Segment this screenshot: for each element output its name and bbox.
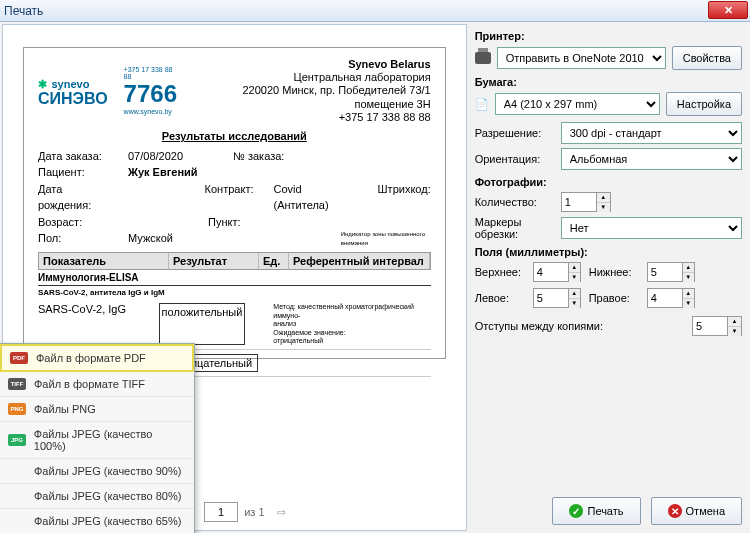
brand: synevo bbox=[51, 78, 89, 90]
export-png[interactable]: PNGФайлы PNG bbox=[0, 397, 194, 422]
export-tiff[interactable]: TIFFФайл в формате TIFF bbox=[0, 372, 194, 397]
count-label: Количество: bbox=[475, 196, 555, 208]
jpeg-icon: JPG bbox=[8, 434, 26, 446]
export-jpeg-80[interactable]: Файлы JPEG (качество 80%) bbox=[0, 484, 194, 509]
logo-icon: ✱ bbox=[38, 78, 47, 90]
export-pdf[interactable]: PDFФайл в формате PDF bbox=[0, 344, 194, 372]
print-button[interactable]: ✓Печать bbox=[552, 497, 640, 525]
resolution-select[interactable]: 300 dpi - стандарт bbox=[561, 122, 742, 144]
document-preview: ✱ synevo СИНЭВО +375 17 338 88 88 7766 w… bbox=[23, 47, 446, 359]
phone-big: 7766 bbox=[124, 80, 177, 108]
gap-label: Отступы между копиями: bbox=[475, 320, 603, 332]
margins-label: Поля (миллиметры): bbox=[475, 246, 742, 258]
resolution-label: Разрешение: bbox=[475, 127, 555, 139]
preview-pane: ✱ synevo СИНЭВО +375 17 338 88 88 7766 w… bbox=[2, 24, 467, 531]
tiff-icon: TIFF bbox=[8, 378, 26, 390]
png-icon: PNG bbox=[8, 403, 26, 415]
section: Иммунология-ELISA bbox=[38, 270, 431, 286]
brand-ru: СИНЭВО bbox=[38, 91, 108, 107]
margin-right-spinner[interactable]: ▲▼ bbox=[647, 288, 695, 308]
margin-top-label: Верхнее: bbox=[475, 266, 525, 278]
paper-icon: 📄 bbox=[475, 98, 489, 111]
page-input[interactable] bbox=[204, 502, 238, 522]
export-menu: PDFФайл в формате PDF TIFFФайл в формате… bbox=[0, 343, 195, 533]
check-icon: ✓ bbox=[569, 504, 583, 518]
pdf-icon: PDF bbox=[10, 352, 28, 364]
close-button[interactable]: ✕ bbox=[708, 1, 748, 19]
cancel-button[interactable]: ✕Отмена bbox=[651, 497, 742, 525]
export-jpeg-65[interactable]: Файлы JPEG (качество 65%) bbox=[0, 509, 194, 533]
site: www.synevo.by bbox=[124, 108, 177, 115]
next-page-button[interactable]: ⇨ bbox=[271, 501, 293, 523]
page-of: из 1 bbox=[244, 506, 264, 518]
setup-button[interactable]: Настройка bbox=[666, 92, 742, 116]
addr: 220020 Минск, пр. Победителей 73/1 помещ… bbox=[193, 84, 431, 110]
org: Synevo Belarus bbox=[193, 58, 431, 71]
margin-bottom-label: Нижнее: bbox=[589, 266, 639, 278]
margin-left-label: Левое: bbox=[475, 292, 525, 304]
export-jpeg-90[interactable]: Файлы JPEG (качество 90%) bbox=[0, 459, 194, 484]
printer-icon bbox=[475, 52, 491, 64]
titlebar: Печать ✕ bbox=[0, 0, 750, 22]
paper-select[interactable]: A4 (210 x 297 mm) bbox=[495, 93, 660, 115]
margin-top-spinner[interactable]: ▲▼ bbox=[533, 262, 581, 282]
printer-select[interactable]: Отправить в OneNote 2010 bbox=[497, 47, 666, 69]
export-jpeg-100[interactable]: JPGФайлы JPEG (качество 100%) bbox=[0, 422, 194, 459]
phone-small: +375 17 338 88 88 bbox=[124, 66, 177, 80]
lab: Центральная лаборатория bbox=[193, 71, 431, 84]
crop-label: Маркеры обрезки: bbox=[475, 216, 555, 240]
doc-title: Результаты исследований bbox=[38, 130, 431, 142]
gap-spinner[interactable]: ▲▼ bbox=[692, 316, 742, 336]
table-header: Показатель Результат Ед. Референтный инт… bbox=[38, 252, 431, 270]
settings-panel: Принтер: Отправить в OneNote 2010 Свойст… bbox=[467, 22, 750, 533]
cancel-icon: ✕ bbox=[668, 504, 682, 518]
margin-right-label: Правое: bbox=[589, 292, 639, 304]
crop-select[interactable]: Нет bbox=[561, 217, 742, 239]
properties-button[interactable]: Свойства bbox=[672, 46, 742, 70]
margin-left-spinner[interactable]: ▲▼ bbox=[533, 288, 581, 308]
photos-label: Фотографии: bbox=[475, 176, 742, 188]
orientation-label: Ориентация: bbox=[475, 153, 555, 165]
printer-label: Принтер: bbox=[475, 30, 742, 42]
paper-label: Бумага: bbox=[475, 76, 742, 88]
margin-bottom-spinner[interactable]: ▲▼ bbox=[647, 262, 695, 282]
window-title: Печать bbox=[4, 4, 43, 18]
count-spinner[interactable]: ▲▼ bbox=[561, 192, 742, 212]
subsection: SARS-CoV-2, антитела IgG и IgM bbox=[38, 286, 431, 299]
tel: +375 17 338 88 88 bbox=[193, 111, 431, 124]
orientation-select[interactable]: Альбомная bbox=[561, 148, 742, 170]
